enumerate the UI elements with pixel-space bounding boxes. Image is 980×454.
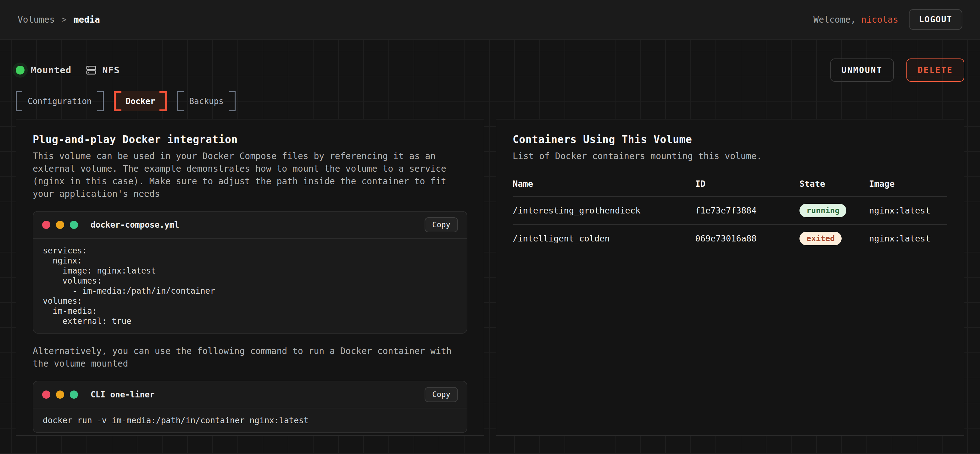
tab-bar: Configuration Docker Backups	[16, 91, 964, 111]
main-content: Mounted NFS UNMOUNT DELETE Configuration	[0, 40, 980, 454]
traffic-lights	[42, 391, 78, 398]
panel-corner-bracket	[955, 426, 964, 436]
tab-docker[interactable]: Docker	[114, 91, 167, 111]
traffic-lights	[42, 221, 78, 229]
compose-code-block-header: docker-compose.yml Copy	[33, 211, 467, 239]
panel-corner-bracket	[16, 119, 25, 129]
container-image: nginx:latest	[869, 224, 947, 252]
cli-code-block-header: CLI one-liner Copy	[33, 381, 467, 408]
panel-corner-bracket	[474, 426, 484, 436]
top-bar: Volumes > media Welcome, nicolas LOGOUT	[0, 0, 980, 40]
containers-table-header-row: Name ID State Image	[513, 179, 947, 197]
docker-panel-title: Plug-and-play Docker integration	[33, 133, 467, 146]
cli-filename: CLI one-liner	[91, 390, 155, 399]
breadcrumb: Volumes > media	[18, 14, 100, 25]
traffic-light-green-icon	[70, 221, 78, 229]
panel-corner-bracket	[474, 119, 484, 129]
welcome-label: Welcome,	[813, 14, 856, 25]
compose-copy-button[interactable]: Copy	[425, 217, 458, 232]
container-image: nginx:latest	[869, 197, 947, 224]
driver-indicator: NFS	[85, 64, 119, 76]
volume-status-row: Mounted NFS UNMOUNT DELETE	[16, 40, 964, 81]
compose-filename: docker-compose.yml	[91, 220, 179, 230]
docker-integration-panel: Plug-and-play Docker integration This vo…	[16, 119, 484, 436]
traffic-light-red-icon	[42, 221, 50, 229]
nfs-server-icon	[85, 64, 97, 76]
container-name: /intelligent_colden	[513, 224, 695, 252]
compose-code: services: nginx: image: nginx:latest vol…	[33, 239, 467, 333]
containers-table: Name ID State Image /interesting_grothen…	[513, 179, 947, 252]
container-id: 069e73016a88	[695, 224, 799, 252]
traffic-light-yellow-icon	[56, 221, 64, 229]
breadcrumb-current-volume: media	[73, 14, 100, 25]
status-badge: running	[799, 204, 846, 217]
breadcrumb-volumes-link[interactable]: Volumes	[18, 14, 55, 25]
containers-panel-subtitle: List of Docker containers mounting this …	[513, 150, 947, 162]
mounted-status-label: Mounted	[31, 65, 72, 75]
breadcrumb-chevron-icon: >	[62, 15, 67, 24]
panel-corner-bracket	[16, 426, 25, 436]
volume-action-buttons: UNMOUNT DELETE	[830, 59, 964, 82]
mounted-status-dot-icon	[16, 66, 24, 75]
mounted-status: Mounted	[16, 65, 72, 75]
tab-configuration[interactable]: Configuration	[16, 91, 104, 111]
traffic-light-yellow-icon	[56, 391, 64, 398]
containers-panel: Containers Using This Volume List of Doc…	[496, 119, 964, 436]
column-header-id: ID	[695, 179, 799, 197]
panel-corner-bracket	[496, 119, 506, 129]
traffic-light-red-icon	[42, 391, 50, 398]
compose-code-block: docker-compose.yml Copy services: nginx:…	[33, 211, 467, 333]
panel-corner-bracket	[496, 426, 506, 436]
cli-copy-button[interactable]: Copy	[425, 387, 458, 402]
panel-corner-bracket	[955, 119, 964, 129]
tab-backups[interactable]: Backups	[177, 91, 235, 111]
panels-row: Plug-and-play Docker integration This vo…	[16, 119, 964, 436]
status-badge: exited	[799, 232, 842, 245]
column-header-image: Image	[869, 179, 947, 197]
containers-panel-title: Containers Using This Volume	[513, 133, 947, 146]
volume-status-indicators: Mounted NFS	[16, 64, 120, 76]
table-row: /interesting_grothendieck f1e73e7f3884 r…	[513, 197, 947, 224]
cli-code-block: CLI one-liner Copy docker run -v im-medi…	[33, 381, 467, 433]
driver-label: NFS	[102, 65, 119, 75]
column-header-name: Name	[513, 179, 695, 197]
docker-panel-description: This volume can be used in your Docker C…	[33, 150, 467, 200]
container-id: f1e73e7f3884	[695, 197, 799, 224]
username: nicolas	[861, 14, 898, 25]
logout-button[interactable]: LOGOUT	[909, 9, 963, 30]
unmount-button[interactable]: UNMOUNT	[830, 59, 894, 82]
table-row: /intelligent_colden 069e73016a88 exited …	[513, 224, 947, 252]
column-header-state: State	[799, 179, 869, 197]
welcome-text: Welcome, nicolas	[813, 14, 898, 25]
traffic-light-green-icon	[70, 391, 78, 398]
delete-button[interactable]: DELETE	[907, 59, 964, 82]
cli-note: Alternatively, you can use the following…	[33, 345, 467, 370]
container-name: /interesting_grothendieck	[513, 197, 695, 224]
cli-code: docker run -v im-media:/path/in/containe…	[33, 408, 467, 432]
top-bar-user-area: Welcome, nicolas LOGOUT	[813, 9, 963, 30]
